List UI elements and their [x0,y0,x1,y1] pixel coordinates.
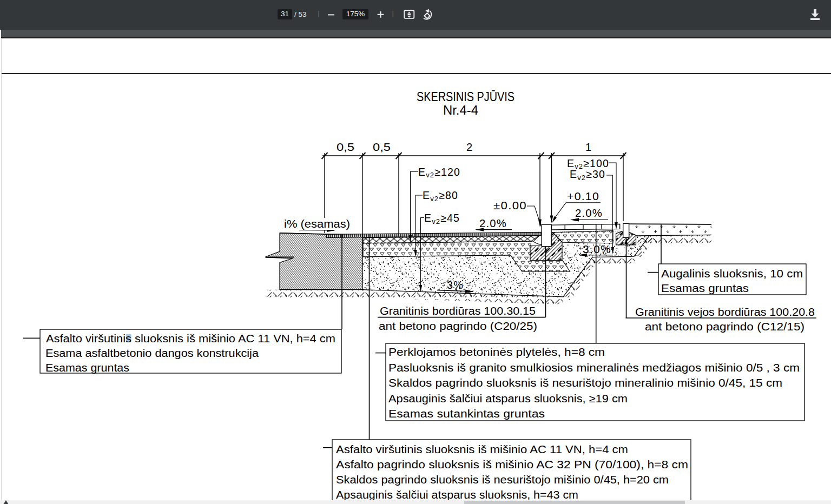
svg-text:Apsauginis šalčiui atsparus sl: Apsauginis šalčiui atsparus sluoksnis, ≥… [388,393,628,404]
svg-text:SKERSINIS PJŪVIS: SKERSINIS PJŪVIS [417,90,515,104]
svg-text:+0.10: +0.10 [567,190,599,202]
svg-text:0,5: 0,5 [373,141,391,153]
svg-text:2.0%: 2.0% [575,207,603,219]
svg-text:Pasluoksnis iš granito smulkio: Pasluoksnis iš granito smulkiosios miner… [388,362,800,374]
svg-text:Apsauginis šalčiui atsparus sl: Apsauginis šalčiui atsparus sluoksnis, h… [336,489,578,501]
svg-text:3.0%: 3.0% [583,243,611,255]
svg-text:ant betono pagrindo (C12/15): ant betono pagrindo (C12/15) [645,321,804,333]
svg-text:Esama asfaltbetonio dangos kon: Esama asfaltbetonio dangos konstrukcija [45,347,259,359]
svg-text:2.0%: 2.0% [479,217,507,229]
svg-text:Skaldos pagrindo sluoksnis iš: Skaldos pagrindo sluoksnis iš nesurištoj… [388,377,782,389]
svg-text:0,5: 0,5 [337,141,354,153]
svg-text:Perklojamos betoninės plytelės: Perklojamos betoninės plytelės, h=8 cm [388,346,605,358]
svg-text:Esamas gruntas: Esamas gruntas [661,282,749,294]
svg-text:Asfalto viršutinis sluoksnis i: Asfalto viršutinis sluoksnis iš mišinio … [46,333,335,344]
svg-text:Ev2≥80: Ev2≥80 [423,189,458,203]
svg-text:Ev2≥120: Ev2≥120 [418,166,460,180]
svg-text:i% (esamas): i% (esamas) [284,218,350,230]
svg-text:3%: 3% [447,279,464,291]
svg-text:Asfalto pagrindo sluoksnis iš: Asfalto pagrindo sluoksnis iš mišinio AC… [336,459,688,470]
svg-text:Skaldos pagrindo sluoksnis iš: Skaldos pagrindo sluoksnis iš nesurištoj… [336,474,669,486]
svg-text:Esamas gruntas: Esamas gruntas [45,362,129,374]
svg-text:2: 2 [466,141,472,153]
svg-text:1: 1 [585,141,591,153]
svg-text:Asfalto viršutinis sluoksnis i: Asfalto viršutinis sluoksnis iš mišinio … [336,443,628,455]
svg-text:Esamas sutankintas gruntas: Esamas sutankintas gruntas [388,408,545,420]
svg-text:±0.00: ±0.00 [493,200,527,211]
svg-text:Ev2≥45: Ev2≥45 [424,212,460,226]
svg-text:Ev2≥30: Ev2≥30 [570,168,605,182]
svg-text:Granitinis vejos bordiūras 100: Granitinis vejos bordiūras 100.20.8 [635,306,815,318]
svg-text:Nr.4-4: Nr.4-4 [443,103,478,117]
svg-text:ant betono pagrindo (C20/25): ant betono pagrindo (C20/25) [379,320,537,332]
svg-text:Granitinis bordiūras 100.30.15: Granitinis bordiūras 100.30.15 [380,305,536,317]
svg-text:Augalinis sluoksnis, 10 cm: Augalinis sluoksnis, 10 cm [661,268,803,280]
